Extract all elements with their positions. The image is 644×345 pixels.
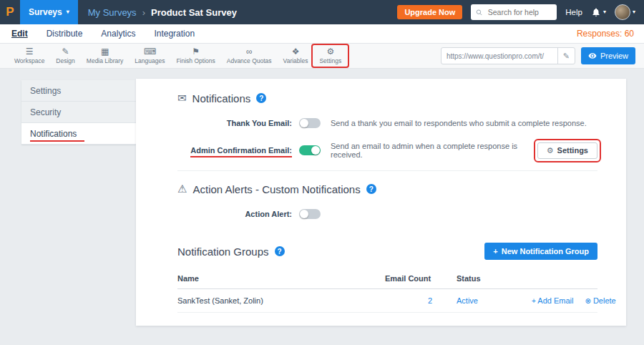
add-email-link[interactable]: + Add Email [532, 296, 573, 305]
thank-you-email-toggle[interactable] [299, 118, 321, 128]
bell-icon [591, 7, 601, 17]
help-icon[interactable]: ? [275, 246, 285, 256]
plus-icon: + [532, 297, 536, 305]
new-notification-group-button[interactable]: + New Notification Group [484, 243, 597, 260]
toolbar-item-workspace[interactable]: ☰ Workspace [9, 46, 50, 66]
thank-you-email-row: Thank You Email: Send a thank you email … [177, 115, 597, 132]
topbar-right-group: Upgrade Now Help ▾ ▾ [397, 4, 644, 20]
thank-you-email-description: Send a thank you email to respondents wh… [331, 119, 587, 127]
toolbar-item-design[interactable]: ✎ Design [50, 46, 80, 66]
toolbar-item-advance-quotas[interactable]: ∞ Advance Quotas [221, 46, 278, 66]
gear-icon: ⚙ [547, 146, 554, 155]
admin-confirmation-email-description: Send an email to admin when a complete r… [331, 142, 537, 159]
table-row: SankTest (Sanket, Zolin) 2 Active + Add … [177, 289, 597, 313]
toolbar-item-media-library[interactable]: ▦ Media Library [81, 46, 130, 66]
tab-distribute[interactable]: Distribute [47, 29, 83, 39]
toolbar-item-finish-options[interactable]: ⚑ Finish Options [170, 46, 220, 66]
notifications-bell-menu[interactable]: ▾ [591, 7, 606, 17]
sidebar-item-label: Notifications [30, 129, 77, 139]
avatar [615, 4, 630, 20]
delete-link[interactable]: ⊗ Delete [585, 296, 615, 305]
languages-icon: ⌨ [144, 47, 156, 57]
breadcrumb-current-survey: Product Sat Survey [151, 7, 237, 18]
notifications-section-header: ✉ Notifications ? [177, 92, 597, 105]
help-link[interactable]: Help [565, 8, 582, 16]
admin-email-settings-wrap: ⚙ Settings [537, 142, 597, 159]
notification-groups-table: Name Email Count Status SankTest (Sanket… [177, 268, 597, 313]
delete-label: Delete [593, 296, 616, 305]
search-icon [476, 9, 482, 16]
settings-sidebar: Settings Security Notifications [21, 80, 136, 145]
preview-button[interactable]: Preview [581, 47, 635, 64]
variables-icon: ❖ [292, 47, 300, 57]
settings-button-label: Settings [557, 146, 588, 155]
tab-analytics[interactable]: Analytics [101, 29, 135, 39]
group-actions: + Add Email ⊗ Delete [532, 296, 616, 305]
notification-groups-header: Notification Groups ? + New Notification… [177, 243, 597, 260]
new-group-button-label: New Notification Group [502, 247, 589, 256]
breadcrumb: My Surveys › Product Sat Survey [88, 7, 237, 18]
admin-confirmation-email-row: Admin Confirmation Email: Send an email … [177, 142, 597, 159]
sidebar-item-notifications[interactable]: Notifications [21, 123, 136, 145]
column-header-name: Name [177, 274, 385, 283]
toolbar-item-languages[interactable]: ⌨ Languages [129, 46, 170, 66]
media-library-icon: ▦ [101, 47, 109, 57]
settings-gear-icon: ⚙ [326, 47, 334, 57]
breadcrumb-my-surveys[interactable]: My Surveys [88, 7, 137, 18]
action-alert-label-text: Action Alert: [245, 210, 292, 218]
group-status-link[interactable]: Active [457, 296, 532, 305]
tab-edit[interactable]: Edit [11, 29, 28, 39]
toolbar-label: Finish Options [176, 57, 215, 64]
envelope-icon: ✉ [177, 92, 187, 105]
breadcrumb-separator-icon: › [142, 7, 145, 18]
chevron-down-icon: ▾ [603, 9, 606, 15]
eye-icon [588, 52, 597, 60]
sidebar-item-settings[interactable]: Settings [21, 80, 136, 102]
toolbar-item-settings[interactable]: ⚙ Settings [313, 46, 347, 66]
tab-integration[interactable]: Integration [154, 29, 195, 39]
admin-confirmation-email-label-inner: Admin Confirmation Email: [190, 146, 292, 155]
help-icon[interactable]: ? [366, 184, 376, 194]
surveys-menu-button[interactable]: Surveys ▾ [20, 0, 78, 24]
responses-count[interactable]: Responses: 60 [577, 29, 644, 39]
toolbar-label: Languages [135, 57, 165, 64]
advance-quotas-icon: ∞ [246, 47, 253, 57]
search-input[interactable] [487, 7, 552, 17]
group-email-count-link[interactable]: 2 [385, 296, 457, 305]
annotation-underline-admin-email [190, 156, 292, 157]
toolbar-label: Media Library [87, 57, 124, 64]
action-alert-toggle[interactable] [299, 209, 321, 219]
column-header-email-count: Email Count [385, 274, 457, 283]
toolbar-label: Advance Quotas [227, 57, 272, 64]
workspace-icon: ☰ [26, 47, 34, 57]
thank-you-email-label-text: Thank You Email: [227, 119, 292, 127]
edit-url-button[interactable]: ✎ [557, 47, 575, 64]
survey-nav-bar: Edit Distribute Analytics Integration Re… [0, 24, 644, 44]
pencil-icon: ✎ [563, 52, 570, 61]
annotation-underline-notifications [30, 140, 84, 142]
design-icon: ✎ [62, 47, 69, 57]
add-email-label: Add Email [537, 296, 573, 305]
toolbar-label: Variables [283, 57, 308, 64]
admin-email-settings-button[interactable]: ⚙ Settings [537, 142, 597, 159]
action-alert-row: Action Alert: [177, 205, 597, 223]
chevron-down-icon: ▾ [633, 9, 635, 15]
help-icon[interactable]: ? [256, 93, 266, 103]
account-menu[interactable]: ▾ [615, 4, 635, 20]
survey-url-input[interactable] [441, 52, 557, 60]
questionpro-logo-icon: P [0, 5, 20, 19]
help-search-box[interactable] [471, 4, 557, 20]
top-bar: P Surveys ▾ My Surveys › Product Sat Sur… [0, 0, 644, 24]
surveys-menu-label: Surveys [29, 7, 62, 17]
notifications-title: Notifications [192, 92, 251, 105]
section-divider [177, 170, 597, 171]
upgrade-now-button[interactable]: Upgrade Now [397, 5, 462, 19]
toolbar-item-variables[interactable]: ❖ Variables [278, 46, 314, 66]
column-header-status: Status [457, 274, 532, 283]
preview-label: Preview [600, 52, 628, 60]
sidebar-item-security[interactable]: Security [21, 102, 136, 123]
thank-you-email-label: Thank You Email: [177, 119, 292, 127]
admin-confirmation-email-toggle[interactable] [299, 145, 321, 155]
sidebar-item-label: Settings [30, 86, 61, 96]
admin-confirmation-email-label: Admin Confirmation Email: [177, 146, 292, 155]
